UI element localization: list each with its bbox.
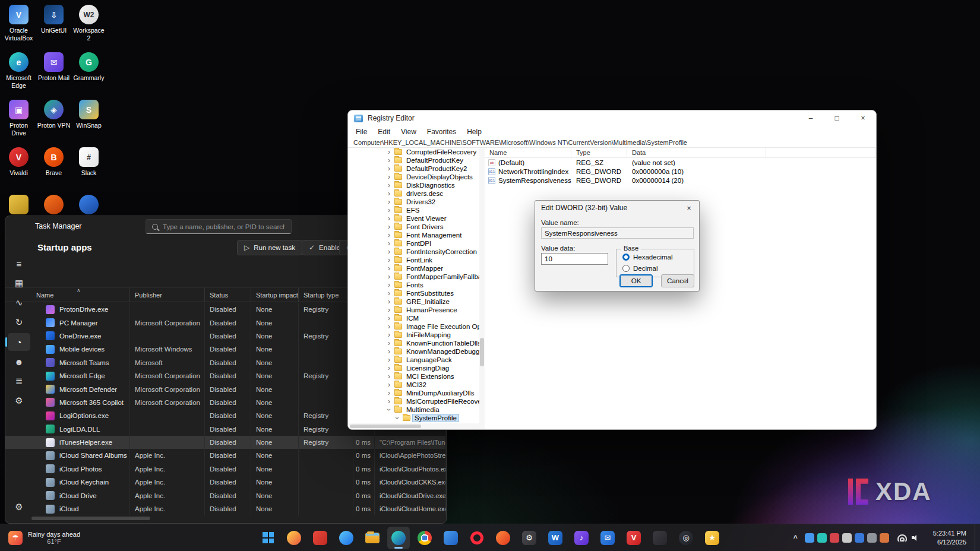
chevron-icon[interactable] (386, 173, 392, 180)
desktop-icon-winsnap[interactable]: S WinSnap (72, 100, 106, 147)
weather-widget[interactable]: ☂ Rainy days ahead 61°F (2, 524, 86, 551)
task-manager-search[interactable] (146, 219, 292, 234)
registry-key[interactable]: DeviceDisplayObjects (348, 173, 484, 181)
maximize-button[interactable]: □ (824, 110, 850, 126)
startup-app-row[interactable]: iCloud Apple Inc. Disabled None 0 ms iCl… (5, 502, 446, 515)
column-header-status[interactable]: Status (205, 288, 251, 302)
registry-key[interactable]: Font Drivers (348, 223, 484, 231)
registry-key[interactable]: GRE_Initialize (348, 297, 484, 306)
chevron-icon[interactable] (386, 390, 392, 397)
desktop-icon-proton-vpn[interactable]: ◈ Proton VPN (37, 100, 71, 147)
taskbar-safari[interactable] (335, 527, 358, 549)
chevron-icon[interactable] (386, 298, 392, 305)
dialog-close-button[interactable] (679, 201, 699, 215)
registry-value-row[interactable]: 011 SystemResponsiveness REG_DWORD 0x000… (485, 176, 876, 185)
chevron-icon[interactable] (386, 148, 392, 156)
registry-key[interactable]: LanguagePack (348, 356, 484, 364)
chevron-icon[interactable] (386, 290, 392, 297)
taskbar-start-button[interactable] (257, 527, 279, 549)
registry-key[interactable]: MiniDumpAuxiliaryDlls (348, 389, 484, 397)
column-header-impact[interactable]: Startup impact (251, 288, 299, 302)
tray-app-5-icon[interactable] (855, 533, 864, 543)
registry-value-row[interactable]: ab (Default) REG_SZ (value not set) (485, 158, 876, 167)
hexadecimal-radio[interactable]: Hexadecimal (622, 254, 694, 261)
registry-key[interactable]: MCI32 (348, 381, 484, 389)
registry-key[interactable]: Multimedia (348, 406, 484, 414)
registry-key[interactable]: FontLink (348, 256, 484, 264)
taskbar-app-dark[interactable] (649, 527, 671, 549)
registry-key[interactable]: DiskDiagnostics (348, 181, 484, 189)
column-header-publisher[interactable]: Publisher (130, 288, 205, 302)
taskbar-media-player[interactable]: ♪ (570, 527, 593, 549)
column-header-type[interactable]: Startup type (299, 288, 353, 302)
chevron-icon[interactable] (386, 331, 392, 338)
taskbar-app-blue[interactable] (440, 527, 462, 549)
chevron-icon[interactable] (386, 198, 392, 205)
clock[interactable]: 5:23:41 PM 6/12/2025 (928, 529, 972, 547)
values-column-data[interactable]: Data (627, 148, 766, 157)
chevron-icon[interactable] (386, 182, 392, 189)
ok-button[interactable]: OK (619, 274, 653, 287)
desktop-icon-grammarly[interactable]: G Grammarly (72, 52, 106, 100)
desktop-icon-microsoft-edge[interactable]: e Microsoft Edge (2, 52, 36, 100)
value-data-input[interactable] (541, 253, 608, 265)
registry-key[interactable]: drivers.desc (348, 189, 484, 198)
chevron-icon[interactable] (386, 281, 392, 289)
startup-app-row[interactable]: iCloud Photos Apple Inc. Disabled None 0… (5, 463, 446, 476)
chevron-icon[interactable] (394, 415, 401, 421)
registry-key[interactable]: SystemProfile (348, 414, 484, 422)
chevron-icon[interactable] (386, 248, 392, 255)
desktop-icon-slack[interactable]: # Slack (72, 147, 106, 195)
tray-app-6-icon[interactable] (867, 533, 877, 543)
search-input[interactable] (163, 223, 285, 230)
hidden-icons-chevron[interactable]: ^ (789, 534, 802, 542)
desktop-icon-proton-mail[interactable]: ✉ Proton Mail (37, 52, 71, 100)
registry-key[interactable]: HumanPresence (348, 306, 484, 314)
registry-key[interactable]: LicensingDiag (348, 364, 484, 372)
column-header-name[interactable]: Name ∧ (31, 288, 130, 302)
registry-value-row[interactable]: 011 NetworkThrottlingIndex REG_DWORD 0x0… (485, 167, 876, 176)
tree-horizontal-scrollbar[interactable] (348, 423, 485, 429)
registry-key[interactable]: DefaultProductKey (348, 156, 484, 164)
registry-key[interactable]: Image File Execution Options (348, 322, 484, 331)
desktop-icon-vivaldi[interactable]: V Vivaldi (2, 147, 36, 195)
registry-key[interactable]: MCI Extensions (348, 372, 484, 381)
registry-key[interactable]: FontIntensityCorrection (348, 248, 484, 256)
chevron-icon[interactable] (386, 256, 392, 264)
tree-vertical-scrollbar[interactable] (479, 148, 485, 423)
desktop-icon-brave[interactable]: B Brave (37, 147, 71, 195)
network-volume-cluster[interactable] (892, 528, 925, 547)
chevron-icon[interactable] (386, 348, 392, 355)
menu-item[interactable]: File (350, 126, 372, 137)
menu-item[interactable]: Favorites (422, 126, 461, 137)
chevron-icon[interactable] (386, 215, 392, 222)
desktop-icon-workspace-2[interactable]: W2 Workspace 2 (72, 5, 106, 52)
taskbar-vivaldi[interactable]: V (622, 527, 645, 549)
menu-item[interactable]: View (396, 126, 422, 137)
registry-key[interactable]: KnownManagedDebuggingDlls (348, 347, 484, 356)
chevron-icon[interactable] (386, 365, 392, 372)
chevron-icon[interactable] (386, 340, 392, 347)
registry-key[interactable]: Fonts (348, 281, 484, 289)
startup-app-row[interactable]: iTunesHelper.exe Disabled None Registry … (5, 436, 446, 449)
chevron-icon[interactable] (386, 381, 392, 388)
tm-horizontal-scrollbar[interactable] (5, 517, 446, 521)
taskbar-obs[interactable]: ◎ (675, 527, 697, 549)
show-desktop-button[interactable] (975, 524, 978, 551)
desktop-icon-unigetui[interactable]: ⇩ UniGetUI (37, 5, 71, 52)
menu-item[interactable]: Edit (372, 126, 396, 137)
startup-app-row[interactable]: iCloud Drive Apple Inc. Disabled None 0 … (5, 489, 446, 502)
taskbar-word[interactable]: W (544, 527, 567, 549)
run-new-task-button[interactable]: ▷ Run new task (237, 240, 302, 255)
chevron-icon[interactable] (386, 315, 392, 322)
values-column-name[interactable]: Name (485, 148, 571, 157)
registry-key[interactable]: MsiCorruptedFileRecovery (348, 397, 484, 406)
chevron-icon[interactable] (386, 157, 392, 164)
menu-item[interactable]: Help (461, 126, 487, 137)
tm-menu-toggle[interactable]: ≡ (8, 255, 30, 273)
tray-app-2-icon[interactable] (817, 533, 827, 543)
tray-app-4-icon[interactable] (842, 533, 852, 543)
registry-key[interactable]: EFS (348, 206, 484, 214)
registry-key[interactable]: DefaultProductKey2 (348, 164, 484, 173)
chevron-icon[interactable] (386, 373, 392, 380)
